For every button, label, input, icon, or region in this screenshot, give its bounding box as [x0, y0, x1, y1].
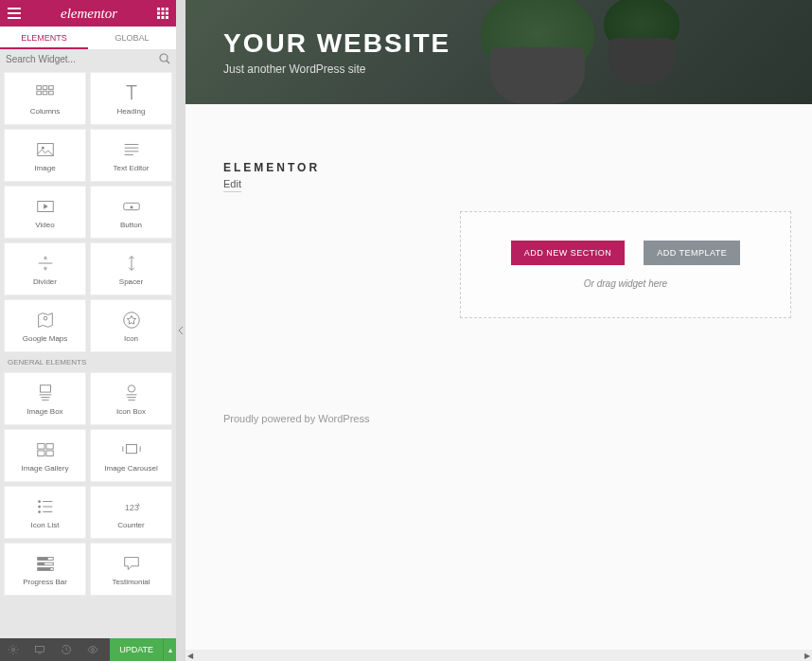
- tab-global[interactable]: GLOBAL: [88, 27, 176, 49]
- svg-rect-1: [161, 8, 164, 10]
- widget-label: Button: [120, 221, 142, 229]
- widget-label: Icon List: [31, 521, 60, 529]
- svg-rect-52: [37, 563, 44, 565]
- widget-divider[interactable]: Divider: [4, 242, 86, 295]
- svg-rect-13: [48, 85, 53, 89]
- widget-text-editor[interactable]: Text Editor: [90, 129, 172, 182]
- svg-rect-54: [37, 567, 50, 570]
- widget-label: Icon Box: [116, 407, 146, 416]
- svg-rect-37: [37, 450, 44, 456]
- svg-rect-16: [48, 91, 53, 95]
- widget-columns[interactable]: Columns: [4, 72, 86, 125]
- svg-rect-39: [126, 444, 136, 453]
- svg-rect-7: [161, 16, 164, 19]
- counter-icon: 123: [121, 496, 142, 521]
- svg-point-58: [92, 649, 95, 652]
- widget-image[interactable]: Image: [4, 129, 86, 182]
- add-section-button[interactable]: ADD NEW SECTION: [511, 241, 626, 265]
- menu-icon[interactable]: [8, 8, 21, 19]
- widget-label: Heading: [117, 107, 146, 116]
- icon-list-icon: [35, 496, 56, 521]
- drop-area[interactable]: ADD NEW SECTION ADD TEMPLATE Or drag wid…: [460, 211, 791, 318]
- spacer-icon: [121, 253, 142, 277]
- image-box-icon: [35, 383, 56, 407]
- widget-button[interactable]: Button: [90, 186, 172, 239]
- button-icon: [121, 196, 142, 221]
- update-button[interactable]: UPDATE: [110, 638, 163, 661]
- widget-video[interactable]: Video: [4, 186, 86, 239]
- widget-image-gallery[interactable]: Image Gallery: [4, 429, 86, 482]
- svg-point-25: [44, 316, 47, 320]
- svg-text:123: 123: [124, 502, 138, 511]
- preview-icon[interactable]: [79, 638, 106, 661]
- tab-elements[interactable]: ELEMENTS: [0, 27, 88, 49]
- divider-icon: [35, 253, 56, 277]
- svg-rect-27: [40, 384, 50, 391]
- svg-rect-50: [37, 557, 47, 560]
- update-caret[interactable]: ▴: [163, 638, 176, 661]
- widget-spacer[interactable]: Spacer: [90, 242, 172, 295]
- widget-icon[interactable]: Icon: [90, 299, 172, 352]
- video-icon: [35, 196, 56, 221]
- responsive-icon[interactable]: [26, 638, 53, 661]
- svg-rect-38: [45, 450, 52, 456]
- search-icon[interactable]: [159, 53, 170, 64]
- svg-rect-35: [37, 443, 44, 449]
- widget-image-carousel[interactable]: Image Carousel: [90, 429, 172, 482]
- widget-label: Google Maps: [23, 334, 68, 343]
- widget-google-maps[interactable]: Google Maps: [4, 299, 86, 352]
- widget-testimonial[interactable]: Testimonial: [90, 543, 172, 596]
- image-icon: [35, 139, 56, 164]
- svg-point-18: [41, 146, 44, 149]
- page-title: ELEMENTOR: [223, 161, 774, 174]
- site-title: YOUR WEBSITE: [223, 28, 774, 59]
- widget-label: Counter: [117, 521, 144, 529]
- widget-label: Columns: [30, 107, 61, 116]
- svg-line-10: [167, 61, 169, 63]
- widget-image-box[interactable]: Image Box: [4, 372, 86, 425]
- svg-rect-3: [157, 12, 160, 15]
- history-icon[interactable]: [53, 638, 79, 661]
- collapse-handle[interactable]: [176, 0, 185, 661]
- svg-rect-2: [166, 8, 168, 10]
- svg-rect-11: [36, 85, 41, 89]
- svg-point-46: [38, 510, 41, 513]
- testimonial-icon: [121, 553, 142, 578]
- logo: elementor: [61, 6, 117, 22]
- widget-progress-bar[interactable]: Progress Bar: [4, 543, 86, 596]
- site-tagline: Just another WordPress site: [223, 63, 774, 76]
- widget-counter[interactable]: 123 Counter: [90, 486, 172, 539]
- footer-credits: Proudly powered by WordPress: [185, 356, 812, 443]
- add-template-button[interactable]: ADD TEMPLATE: [644, 241, 740, 265]
- widget-icon-list[interactable]: Icon List: [4, 486, 86, 539]
- heading-icon: [121, 82, 142, 107]
- drop-hint: Or drag widget here: [584, 278, 667, 289]
- svg-rect-4: [161, 12, 164, 15]
- widget-heading[interactable]: Heading: [90, 72, 172, 125]
- widget-label: Text Editor: [114, 164, 150, 172]
- settings-icon[interactable]: [0, 638, 26, 661]
- horizontal-scrollbar[interactable]: ◀ ▶: [185, 650, 812, 661]
- widget-label: Progress Bar: [23, 578, 67, 586]
- icon-box-icon: [121, 383, 142, 407]
- widget-label: Testimonial: [112, 578, 150, 586]
- widget-icon-box[interactable]: Icon Box: [90, 372, 172, 425]
- widget-label: Image Box: [26, 407, 62, 416]
- apps-icon[interactable]: [157, 8, 168, 19]
- widget-label: Image Carousel: [104, 464, 157, 473]
- edit-link[interactable]: Edit: [223, 178, 241, 192]
- svg-rect-8: [166, 16, 168, 19]
- svg-point-42: [38, 500, 41, 503]
- carousel-icon: [121, 439, 142, 464]
- widget-label: Image Gallery: [22, 464, 69, 473]
- columns-icon: [35, 82, 56, 107]
- svg-point-9: [160, 54, 168, 62]
- scroll-right-icon[interactable]: ▶: [804, 652, 810, 660]
- widget-label: Image: [34, 164, 55, 172]
- svg-point-44: [38, 505, 41, 508]
- search-input[interactable]: [6, 54, 159, 64]
- star-icon: [121, 310, 142, 334]
- scroll-left-icon[interactable]: ◀: [187, 652, 193, 660]
- svg-rect-5: [166, 12, 168, 15]
- svg-rect-36: [45, 443, 52, 449]
